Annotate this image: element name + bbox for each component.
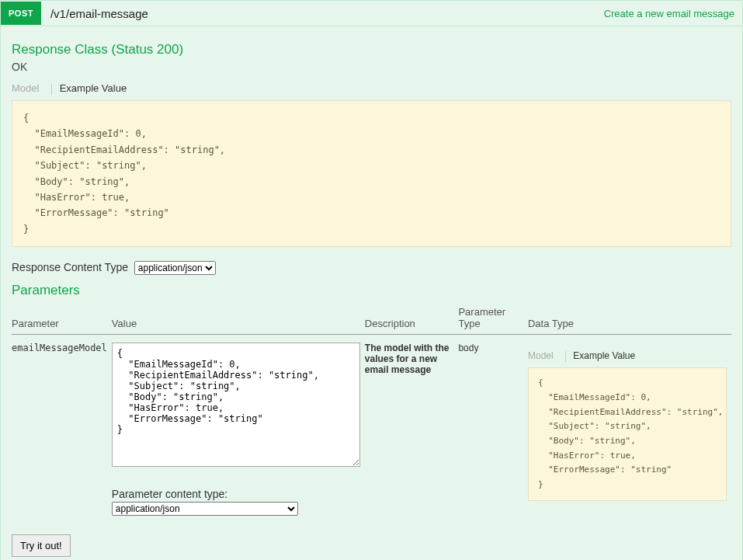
table-row: emailMessageModel Parameter content type…	[12, 335, 731, 524]
response-schema-tabs: Model Example Value	[12, 81, 731, 96]
endpoint-path: /v1/email-message	[50, 7, 148, 20]
response-status-text: OK	[12, 61, 731, 73]
response-example-json[interactable]: { "EmailMessageId": 0, "RecipientEmailAd…	[12, 100, 731, 247]
param-name: emailMessageModel	[12, 335, 112, 524]
col-value: Value	[112, 301, 365, 335]
param-type: body	[458, 335, 528, 524]
tab-separator	[565, 351, 566, 362]
datatype-tab-model[interactable]: Model	[528, 349, 558, 363]
tab-example-value[interactable]: Example Value	[60, 81, 131, 96]
param-description: The model with the values for a new emai…	[365, 335, 459, 524]
tab-separator	[51, 84, 52, 95]
param-value-cell: Parameter content type: application/json	[112, 335, 365, 524]
method-badge: POST	[1, 2, 41, 25]
opblock-post: POST /v1/email-message Create a new emai…	[0, 0, 743, 560]
response-content-type-label: Response Content Type	[12, 261, 128, 273]
param-value-textarea[interactable]	[112, 343, 360, 467]
tab-model[interactable]: Model	[12, 81, 43, 96]
operation-summary-link[interactable]: Create a new email message	[604, 8, 734, 19]
operation-header[interactable]: POST /v1/email-message Create a new emai…	[1, 1, 742, 26]
param-content-type-label: Parameter content type:	[112, 488, 360, 500]
col-parameter-type: Parameter Type	[458, 301, 528, 335]
operation-body: Response Class (Status 200) OK Model Exa…	[1, 26, 742, 560]
response-content-type-select[interactable]: application/json	[134, 261, 216, 275]
try-it-out-button[interactable]: Try it out!	[12, 534, 71, 557]
col-parameter: Parameter	[12, 301, 112, 335]
col-description: Description	[365, 301, 459, 335]
param-content-type-select[interactable]: application/json	[112, 502, 298, 516]
param-datatype-cell: Model Example Value { "EmailMessageId": …	[528, 335, 731, 524]
parameters-title: Parameters	[12, 283, 731, 298]
response-content-type-row: Response Content Type application/json	[12, 261, 731, 275]
datatype-tabs: Model Example Value	[528, 349, 727, 363]
datatype-tab-example[interactable]: Example Value	[573, 349, 640, 363]
parameters-table: Parameter Value Description Parameter Ty…	[12, 301, 731, 523]
response-class-title: Response Class (Status 200)	[12, 42, 731, 57]
datatype-example-json[interactable]: { "EmailMessageId": 0, "RecipientEmailAd…	[528, 367, 727, 501]
col-data-type: Data Type	[528, 301, 731, 335]
